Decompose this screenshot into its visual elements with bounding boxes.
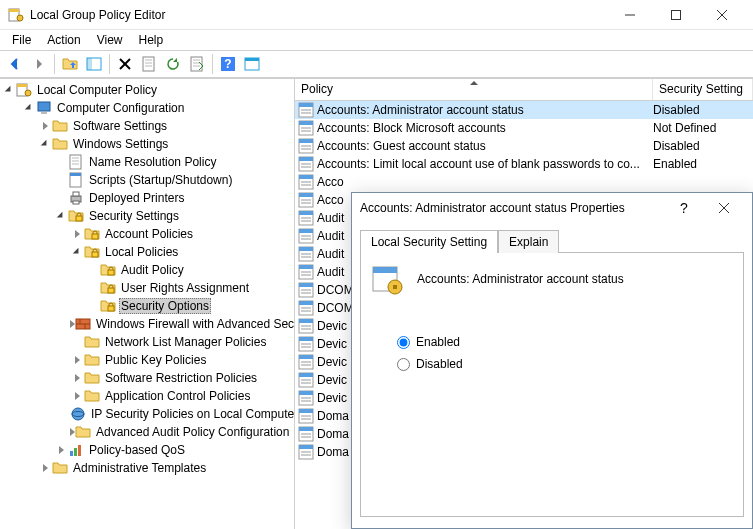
refresh-button[interactable] <box>162 53 184 75</box>
svg-rect-45 <box>393 285 397 289</box>
list-row[interactable]: Accounts: Guest account statusDisabled <box>295 137 753 155</box>
menu-view[interactable]: View <box>89 31 131 49</box>
tree-item[interactable]: Windows Firewall with Advanced Security <box>0 315 294 333</box>
tree-item[interactable]: Deployed Printers <box>0 189 294 207</box>
tree-item[interactable]: Software Settings <box>0 117 294 135</box>
radio-disabled-row[interactable]: Disabled <box>397 357 733 371</box>
policy-item-icon <box>298 318 314 334</box>
policy-item-icon <box>298 210 314 226</box>
ipsec-icon <box>70 406 86 422</box>
policy-item-icon <box>298 372 314 388</box>
script-icon <box>68 172 84 188</box>
radio-enabled-row[interactable]: Enabled <box>397 335 733 349</box>
radio-enabled-label: Enabled <box>416 335 460 349</box>
tab-local-security-setting[interactable]: Local Security Setting <box>360 230 498 253</box>
tree-item[interactable]: Policy-based QoS <box>0 441 294 459</box>
policy-item-icon <box>298 192 314 208</box>
policy-item-icon <box>298 408 314 424</box>
tree-item[interactable]: Computer Configuration <box>0 99 294 117</box>
tree-item[interactable]: Security Options <box>0 297 294 315</box>
maximize-button[interactable] <box>653 0 699 30</box>
delete-button[interactable] <box>114 53 136 75</box>
radio-enabled[interactable] <box>397 336 410 349</box>
folder-icon <box>84 388 100 404</box>
back-button[interactable] <box>4 53 26 75</box>
list-row[interactable]: Accounts: Limit local account use of bla… <box>295 155 753 173</box>
folder-icon <box>84 334 100 350</box>
svg-text:?: ? <box>224 57 231 71</box>
lockfolder-icon <box>100 262 116 278</box>
policy-item-icon <box>298 282 314 298</box>
tab-explain[interactable]: Explain <box>498 230 559 253</box>
policy-item-icon <box>298 444 314 460</box>
lockfolder-icon <box>100 298 116 314</box>
dialog-help-button[interactable]: ? <box>664 194 704 222</box>
lockfolder-icon <box>84 244 100 260</box>
properties-button[interactable] <box>138 53 160 75</box>
tree-item[interactable]: Audit Policy <box>0 261 294 279</box>
filter-button[interactable] <box>241 53 263 75</box>
list-row[interactable]: Acco <box>295 173 753 191</box>
dialog-policy-name: Accounts: Administrator account status <box>417 272 624 286</box>
tree-item[interactable]: Public Key Policies <box>0 351 294 369</box>
policy-item-icon <box>298 354 314 370</box>
policy-item-icon <box>298 390 314 406</box>
list-row[interactable]: Accounts: Administrator account statusDi… <box>295 101 753 119</box>
folder-icon <box>52 118 68 134</box>
policy-item-icon <box>298 138 314 154</box>
tree-item[interactable]: Security Settings <box>0 207 294 225</box>
menu-help[interactable]: Help <box>131 31 172 49</box>
window-titlebar: Local Group Policy Editor <box>0 0 753 30</box>
policy-item-icon <box>298 102 314 118</box>
toolbar-separator <box>212 54 213 74</box>
radio-disabled-label: Disabled <box>416 357 463 371</box>
tree-item[interactable]: Name Resolution Policy <box>0 153 294 171</box>
radio-disabled[interactable] <box>397 358 410 371</box>
window-title: Local Group Policy Editor <box>30 8 607 22</box>
properties-dialog: Accounts: Administrator account status P… <box>351 192 753 529</box>
toolbar-separator <box>109 54 110 74</box>
up-button[interactable] <box>59 53 81 75</box>
dialog-title: Accounts: Administrator account status P… <box>360 201 664 215</box>
lockfolder-icon <box>84 226 100 242</box>
list-row[interactable]: Accounts: Block Microsoft accountsNot De… <box>295 119 753 137</box>
policy-icon <box>371 263 403 295</box>
tree-item[interactable]: IP Security Policies on Local Computer <box>0 405 294 423</box>
tree-item[interactable]: Windows Settings <box>0 135 294 153</box>
folder-icon <box>52 136 68 152</box>
tree-pane[interactable]: Local Computer PolicyComputer Configurat… <box>0 79 295 529</box>
svg-rect-39 <box>245 58 259 61</box>
tree-item[interactable]: Network List Manager Policies <box>0 333 294 351</box>
menubar: File Action View Help <box>0 30 753 50</box>
menu-file[interactable]: File <box>4 31 39 49</box>
minimize-button[interactable] <box>607 0 653 30</box>
tree-item[interactable]: Software Restriction Policies <box>0 369 294 387</box>
help-button[interactable]: ? <box>217 53 239 75</box>
tree-item[interactable]: Administrative Templates <box>0 459 294 477</box>
folder-icon <box>84 352 100 368</box>
show-hide-tree-button[interactable] <box>83 53 105 75</box>
folder-icon <box>75 424 91 440</box>
tree-item[interactable]: User Rights Assignment <box>0 279 294 297</box>
dialog-close-button[interactable] <box>704 194 744 222</box>
column-policy[interactable]: Policy <box>295 79 653 100</box>
export-button[interactable] <box>186 53 208 75</box>
tree-item[interactable]: Local Policies <box>0 243 294 261</box>
firewall-icon <box>75 316 91 332</box>
dialog-tab-body: Accounts: Administrator account status E… <box>360 252 744 517</box>
menu-action[interactable]: Action <box>39 31 88 49</box>
tree-root[interactable]: Local Computer Policy <box>0 81 294 99</box>
policy-item-icon <box>298 156 314 172</box>
computer-icon <box>36 100 52 116</box>
forward-button[interactable] <box>28 53 50 75</box>
tree-item[interactable]: Application Control Policies <box>0 387 294 405</box>
app-icon <box>8 7 24 23</box>
tree-item[interactable]: Account Policies <box>0 225 294 243</box>
close-button[interactable] <box>699 0 745 30</box>
tree-item[interactable]: Advanced Audit Policy Configuration <box>0 423 294 441</box>
column-security-setting[interactable]: Security Setting <box>653 79 753 100</box>
svg-rect-33 <box>87 58 92 70</box>
lockfolder-icon <box>68 208 84 224</box>
list-header: Policy Security Setting <box>295 79 753 101</box>
tree-item[interactable]: Scripts (Startup/Shutdown) <box>0 171 294 189</box>
